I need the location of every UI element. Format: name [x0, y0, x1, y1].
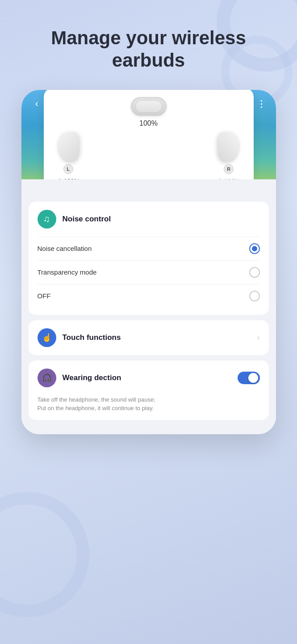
touch-glyph: ☝ — [42, 333, 52, 343]
noise-control-icon: ♫ — [38, 210, 56, 229]
left-earbud-body — [57, 132, 79, 162]
touch-functions-icon: ☝ — [38, 328, 56, 347]
noise-options: Noise cancellation Transparency mode OFF — [29, 237, 269, 315]
case-inner — [135, 100, 162, 113]
noise-control-header: ♫ Noise control — [29, 202, 269, 237]
noise-option-off[interactable]: OFF — [38, 284, 260, 308]
left-bt-percent: 100% — [64, 178, 80, 179]
noise-control-title: Noise control — [63, 215, 111, 224]
right-earbud-item: R ✱ 100% — [218, 132, 240, 179]
wearing-detection-header: 🎧 Wearing dection — [29, 360, 269, 395]
case-percentage: 100% — [57, 119, 240, 127]
sound-glyph: ♫ — [43, 214, 50, 224]
phone-frame: ‹ MOVEAUDIO S600 ⋮ 100% L ✱ 100% — [21, 90, 276, 434]
touch-functions-card[interactable]: ☝ Touch functions › — [29, 320, 269, 355]
page-title: Manage your wireless earbuds — [51, 27, 246, 72]
back-button[interactable]: ‹ — [30, 98, 44, 110]
phone-content: ♫ Noise control Noise cancellation Trans… — [21, 179, 276, 434]
touch-functions-chevron: › — [257, 333, 260, 342]
wearing-detection-desc: Take off the headphone, the sound will p… — [29, 395, 269, 420]
radio-cancellation[interactable] — [249, 243, 260, 254]
noise-option-transparency[interactable]: Transparency mode — [38, 260, 260, 284]
left-bt-row: ✱ 100% — [57, 178, 80, 179]
left-bt-icon: ✱ — [57, 178, 62, 179]
wearing-detection-toggle[interactable] — [238, 372, 260, 384]
touch-functions-header[interactable]: ☝ Touch functions › — [29, 320, 269, 355]
earbuds-card: 100% L ✱ 100% R ✱ 100% — [44, 90, 254, 179]
right-bt-row: ✱ 100% — [218, 178, 240, 179]
case-icon — [131, 97, 167, 116]
touch-functions-title: Touch functions — [63, 333, 121, 342]
case-container — [57, 97, 240, 116]
radio-transparency[interactable] — [249, 267, 260, 278]
wearing-detection-card: 🎧 Wearing dection Take off the headphone… — [29, 360, 269, 420]
radio-off[interactable] — [249, 291, 260, 301]
ear-glyph: 🎧 — [42, 373, 52, 383]
wearing-detection-title: Wearing dection — [63, 373, 121, 382]
right-bt-icon: ✱ — [218, 178, 222, 179]
phone-header: ‹ MOVEAUDIO S600 ⋮ 100% L ✱ 100% — [21, 90, 276, 179]
left-earbud-label: L — [63, 164, 73, 174]
left-earbud-item: L ✱ 100% — [57, 132, 80, 179]
earbuds-row: L ✱ 100% R ✱ 100% — [57, 132, 240, 179]
radio-inner-cancellation — [252, 246, 257, 251]
wearing-detection-icon: 🎧 — [38, 369, 56, 387]
toggle-knob — [248, 373, 258, 383]
right-earbud-label: R — [224, 164, 234, 174]
right-earbud-body — [218, 132, 240, 162]
more-button[interactable]: ⋮ — [257, 99, 267, 108]
deco-circle-bottom-left — [0, 492, 89, 617]
noise-control-card: ♫ Noise control Noise cancellation Trans… — [29, 202, 269, 315]
right-bt-percent: 100% — [224, 178, 240, 179]
noise-option-cancellation[interactable]: Noise cancellation — [38, 237, 260, 260]
